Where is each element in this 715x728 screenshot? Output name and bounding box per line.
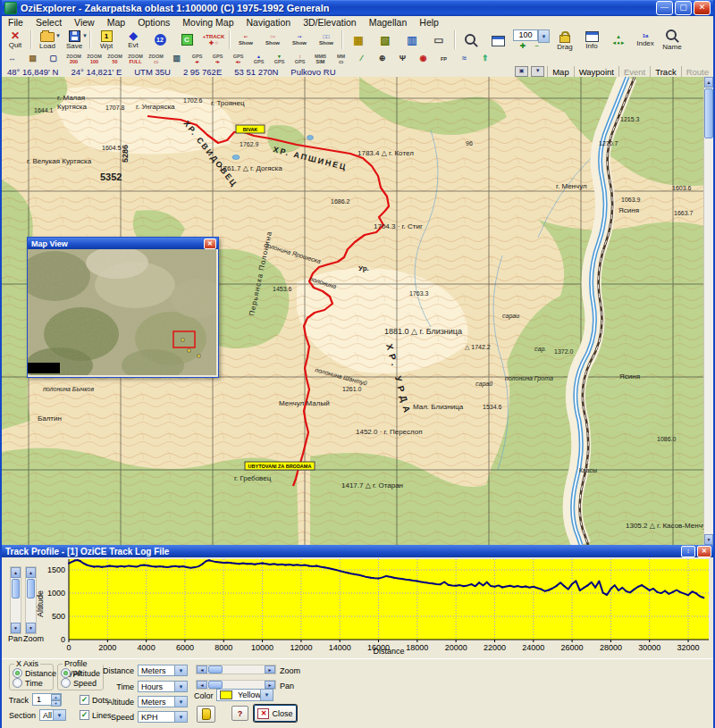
x-axis-distance-radio[interactable]: Distance — [13, 668, 56, 678]
map-view-window[interactable]: Map View ✕ — [27, 237, 219, 378]
svg-text:30000: 30000 — [638, 643, 660, 652]
track-number-spinner[interactable]: 1 ▲▼ — [32, 693, 62, 706]
line-button[interactable]: ▥ — [399, 29, 425, 51]
gps-event-button[interactable]: GPS◂+ — [229, 52, 248, 65]
quit-button[interactable]: ✕Quit — [2, 29, 29, 51]
zoom-full-button[interactable]: ZOOMFULL — [126, 52, 145, 65]
altitude-profile-chart[interactable]: 0500100015000200040006000800010000120001… — [2, 557, 713, 657]
zoom-50-button[interactable]: ZOOM50 — [105, 52, 124, 65]
tab-map[interactable]: Map — [547, 66, 573, 77]
distance-unit-combo[interactable]: Meters▼ — [138, 665, 188, 676]
maximize-button[interactable]: ▢ — [675, 1, 692, 15]
zoom-200-button[interactable]: ZOOM200 — [64, 52, 83, 65]
waypoint-label[interactable]: BIVAK — [236, 125, 265, 133]
event-button[interactable]: ◆Evt — [120, 29, 147, 51]
menu-help[interactable]: Help — [413, 17, 445, 28]
scroll-down-icon[interactable]: ▼ — [704, 534, 713, 545]
waypoint-label[interactable]: UBYTOVANI ZA BRODAMA — [245, 462, 315, 470]
pencil-button[interactable]: ∕ — [352, 52, 371, 65]
grid-toggle-icon[interactable]: ▣ — [515, 66, 528, 77]
show-waypoints-button[interactable]: ▪▫Show — [232, 29, 259, 51]
minimize-button[interactable]: — — [656, 1, 673, 15]
gps-route-button[interactable]: ↕GPS — [290, 52, 309, 65]
save-button[interactable]: ▼Save — [61, 29, 88, 51]
track-control-button[interactable]: +TRACK✚ ○ — [200, 29, 227, 51]
time-unit-combo[interactable]: Hours▼ — [138, 681, 188, 692]
tree-button[interactable]: ⇑ — [475, 52, 494, 65]
center-button[interactable]: ⊕ — [373, 52, 391, 65]
zoom-window-button[interactable]: ZOOM▭ — [147, 52, 165, 65]
zoom-combo-arrow-icon[interactable]: ▼ — [538, 29, 550, 43]
zoom-100-button[interactable]: ZOOM100 — [85, 52, 104, 65]
map-label: Менчул Малый — [279, 399, 330, 407]
section-combo[interactable]: All▼ — [39, 709, 66, 721]
mmb-sim-button[interactable]: MMBSIM — [311, 52, 330, 65]
speed-unit-combo[interactable]: KPH▼ — [138, 711, 188, 723]
chart-zoom-slider[interactable]: ◄► — [196, 665, 276, 674]
show-events-button[interactable]: ○▫Show — [259, 29, 286, 51]
profile-rollup-button[interactable]: ↕ — [681, 546, 695, 557]
color-combo[interactable]: Yellow▼ — [216, 689, 273, 701]
gps-waypoint-down-button[interactable]: GPS▪▸ — [208, 52, 227, 65]
find-map-button[interactable]: ▦ — [345, 29, 372, 51]
pan-arrows[interactable]: ▲◄●► — [605, 29, 632, 51]
mm-button[interactable]: MM▭ — [332, 52, 350, 65]
drag-button[interactable]: Drag — [551, 29, 578, 51]
menu-map[interactable]: Map — [101, 17, 131, 28]
menu-3d-elevation[interactable]: 3D/Elevation — [297, 17, 363, 28]
close-profile-button[interactable]: ✕ Close — [254, 705, 297, 722]
menu-moving-map[interactable]: Moving Map — [176, 17, 240, 28]
position-button[interactable]: 12 — [147, 29, 173, 51]
menu-select[interactable]: Select — [29, 17, 68, 28]
map-label: г. Троянец — [211, 99, 245, 107]
scroll-thumb[interactable] — [704, 88, 713, 138]
load-button[interactable]: ▼Load — [34, 29, 61, 51]
zoom-level-combo[interactable]: 100▼✚ − — [511, 29, 551, 51]
gps-track-up-button[interactable]: ▴GPS — [249, 52, 268, 65]
lifebuoy-button[interactable]: ◉ — [414, 52, 433, 65]
svg-text:6000: 6000 — [176, 643, 194, 652]
anchor-button[interactable]: Ψ — [393, 52, 412, 65]
tab-waypoint[interactable]: Waypoint — [574, 66, 618, 77]
save-position-icon[interactable]: ▼ — [531, 66, 544, 77]
zoom-plus-minus-icons[interactable]: ✚ − — [520, 43, 543, 50]
show-routes-button[interactable]: □□Show — [313, 29, 340, 51]
dropdown-arrow-icon[interactable]: ▼ — [82, 33, 88, 38]
menu-file[interactable]: File — [2, 17, 29, 28]
fp-button[interactable]: FP — [434, 52, 453, 65]
screen-button[interactable]: ▥ — [167, 52, 186, 65]
menu-navigation[interactable]: Navigation — [240, 17, 298, 28]
map-vertical-scrollbar[interactable]: ▲ ▼ — [703, 77, 713, 545]
close-button[interactable]: ✕ — [694, 1, 711, 15]
map-gps-button[interactable]: ▧ — [372, 29, 399, 51]
magnify-button[interactable] — [458, 29, 484, 51]
altitude-unit-combo[interactable]: Meters▼ — [138, 696, 188, 707]
profile-chart-button[interactable]: ≈ — [455, 52, 474, 65]
waypoint-button[interactable]: 1Wpt — [93, 29, 120, 51]
map-area[interactable]: г. МалаяКуртяска1644.11707.8г. Унгаряска… — [2, 77, 713, 545]
name-search-button[interactable]: Name — [659, 29, 686, 51]
profile-close-icon[interactable]: ✕ — [697, 546, 711, 557]
show-tracks-button[interactable]: ▫▪Show — [286, 29, 313, 51]
map-open-button[interactable]: ▤ — [23, 52, 42, 65]
map-view-overview[interactable] — [28, 249, 216, 375]
menu-view[interactable]: View — [68, 17, 101, 28]
map-exchange-button[interactable]: ↔ — [3, 52, 21, 65]
tab-track[interactable]: Track — [650, 66, 680, 77]
comment-button[interactable]: C — [173, 29, 200, 51]
gps-waypoint-up-button[interactable]: GPS◂▪ — [188, 52, 206, 65]
exit-button[interactable] — [197, 706, 215, 723]
info-button[interactable]: Info — [578, 29, 605, 51]
zoom-level-combo[interactable]: 100▼✚ − — [513, 29, 550, 50]
copy-button[interactable]: ▢ — [44, 52, 63, 65]
gps-track-down-button[interactable]: ▾GPS — [270, 52, 289, 65]
map-view-close-icon[interactable]: ✕ — [204, 238, 216, 249]
x-axis-time-radio[interactable]: Time — [13, 678, 43, 688]
windows-button[interactable] — [484, 29, 511, 51]
index-button[interactable]: 1aIndex — [632, 29, 659, 51]
menu-magellan[interactable]: Magellan — [363, 17, 414, 28]
menu-options[interactable]: Options — [131, 17, 176, 28]
scroll-up-icon[interactable]: ▲ — [704, 77, 713, 88]
help-button[interactable]: ? — [231, 706, 248, 721]
ruler-button[interactable]: ▭ — [425, 29, 452, 51]
